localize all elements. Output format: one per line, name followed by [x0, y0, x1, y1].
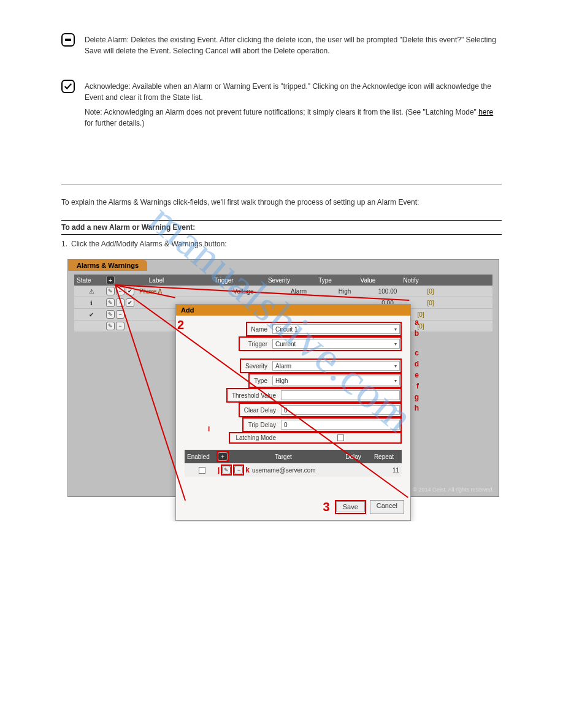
step-number: 1. [61, 240, 71, 248]
callout-a: a [415, 318, 419, 327]
callout-c: c [415, 349, 419, 357]
callout-g: g [415, 393, 419, 401]
edit-icon[interactable]: ✎ [106, 322, 115, 330]
row-value: 100.00 [366, 288, 409, 295]
callout-b: b [415, 329, 419, 338]
ack-row-icon[interactable]: ✔ [126, 298, 134, 307]
delete-row-icon[interactable]: − [116, 322, 124, 330]
delete-target-icon[interactable]: − [234, 466, 243, 474]
edit-icon[interactable]: ✎ [106, 298, 115, 307]
threshold-input[interactable] [281, 390, 400, 400]
latching-checkbox[interactable] [337, 434, 344, 441]
callout-3: 3 [323, 500, 330, 514]
name-select[interactable]: Circuit 1▾ [272, 324, 400, 334]
col-value: Value [347, 277, 389, 284]
alarms-screenshot: Alarms & Warnings State + Label Trigger … [67, 259, 499, 497]
type-select[interactable]: High▾ [272, 376, 400, 385]
dialog-title: Add [176, 305, 410, 316]
edit-icon[interactable]: ✎ [106, 310, 115, 319]
col-label: Label [120, 277, 193, 284]
add-dialog: Add 2 NameCircuit 1▾ TriggerCurrent▾ Sev… [175, 304, 411, 521]
row-notify: [0] [409, 288, 452, 295]
severity-select[interactable]: Alarm▾ [272, 361, 400, 371]
callout-k: k [245, 466, 250, 474]
callout-e: e [415, 371, 419, 379]
trip-delay-label: Trip Delay [244, 422, 281, 428]
enabled-checkbox[interactable] [199, 467, 205, 474]
save-button[interactable]: Save [336, 501, 365, 512]
repeat-value: 1 [396, 467, 399, 474]
enabled-col: Enabled [187, 453, 216, 460]
step-1-text: Click the Add/Modify Alarms & Warnings b… [71, 240, 227, 248]
target-col: Target [229, 453, 338, 460]
procedure-title: To add a new Alarm or Warning Event: [61, 220, 502, 235]
trigger-label: Trigger [240, 341, 272, 347]
explanation-intro: To explain the Alarms & Warnings click-f… [61, 197, 502, 208]
edit-icon[interactable]: ✎ [106, 287, 115, 295]
delete-icon [61, 33, 75, 47]
check-icon [61, 80, 75, 93]
trigger-select[interactable]: Current▾ [272, 339, 400, 349]
alarms-tab: Alarms & Warnings [68, 260, 147, 271]
col-severity: Severity [255, 277, 304, 284]
threshold-label: Threshold Value [228, 392, 281, 399]
delete-alarm-desc: Delete Alarm: Deletes the existing Event… [85, 33, 502, 56]
target-list-header: Enabled + Target Delay Repeat [185, 450, 402, 463]
ack-desc: Acknowledge: Available when an Alarm or … [85, 80, 502, 103]
state-icon: ⚠ [77, 288, 106, 295]
callout-i: i [208, 425, 210, 433]
callout-f: f [416, 382, 419, 390]
copyright: © 2014 Geist. All rights reserved. [413, 487, 494, 493]
edit-target-icon[interactable]: ✎ [222, 466, 231, 474]
col-state: State [77, 277, 106, 284]
trip-delay-input[interactable]: 0 [281, 420, 400, 430]
repeat-col: Repeat [369, 453, 399, 460]
col-notify: Notify [389, 277, 432, 284]
col-trigger: Trigger [193, 277, 255, 284]
cancel-button[interactable]: Cancel [370, 500, 404, 514]
latching-label: Latching Mode [231, 434, 281, 441]
callout-h: h [415, 404, 419, 412]
clear-delay-label: Clear Delay [240, 407, 281, 414]
ack-note: Note: Acknowledging an Alarm does not pr… [85, 107, 502, 129]
type-label: Type [250, 377, 272, 384]
row-type: High [323, 288, 366, 295]
table-row: ⚠ ✎ − ✔ Phase A Voltage Alarm High 100.0… [74, 286, 492, 297]
severity-label: Severity [242, 363, 272, 370]
add-alarm-button[interactable]: + [106, 276, 115, 284]
add-target-button[interactable]: + [218, 452, 228, 461]
alarm-table-header: State + Label Trigger Severity Type Valu… [74, 275, 492, 286]
clear-delay-input[interactable]: 0 [281, 405, 400, 415]
name-label: Name [248, 326, 272, 333]
here-link[interactable]: here [478, 108, 493, 116]
callout-d: d [415, 360, 419, 368]
callout-j: j [218, 466, 220, 474]
col-type: Type [304, 277, 347, 284]
